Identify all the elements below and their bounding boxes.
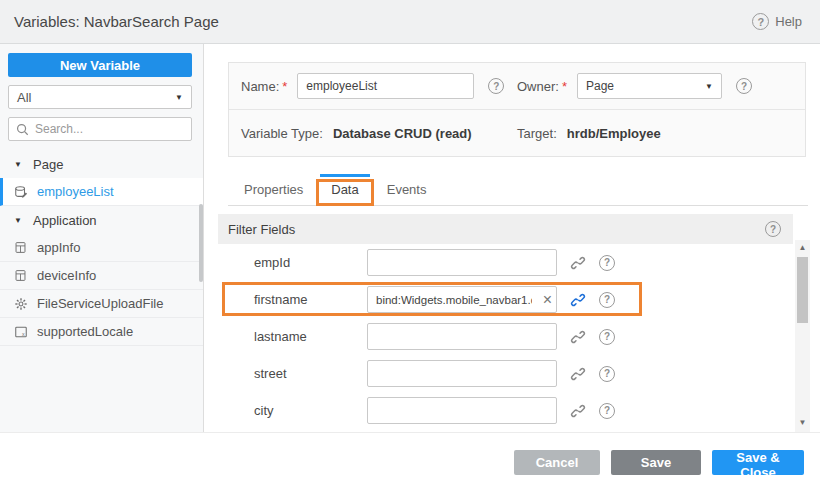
search-input[interactable] [35, 122, 184, 136]
field-label: street [254, 366, 367, 381]
clear-binding-icon[interactable]: × [543, 292, 552, 308]
tree-item-label: deviceInfo [37, 268, 96, 283]
street-input[interactable] [367, 360, 557, 387]
variables-sidebar: New Variable All ▼ ▼ Page employeeList [0, 44, 204, 432]
locale-icon: x [13, 324, 28, 339]
tab-events[interactable]: Events [373, 174, 441, 205]
new-variable-button[interactable]: New Variable [8, 53, 192, 77]
tree-item-label: supportedLocale [37, 324, 133, 339]
target-label: Target: [517, 126, 557, 141]
svg-text:x: x [21, 330, 24, 336]
cancel-button[interactable]: Cancel [514, 450, 600, 475]
tree-item-supportedlocale[interactable]: x supportedLocale [0, 318, 203, 346]
field-label: firstname [254, 292, 367, 307]
help-button[interactable]: ? Help [752, 13, 802, 30]
chevron-down-icon: ▼ [175, 93, 183, 102]
variable-filter-value: All [17, 90, 31, 105]
service-gear-icon [13, 296, 28, 311]
tab-data-label: Data [331, 182, 358, 197]
save-button[interactable]: Save [611, 450, 701, 475]
tree-group-label: Application [33, 213, 97, 228]
field-help-icon[interactable]: ? [599, 403, 615, 419]
summary-row-top: Name: * ? Owner: * Page ▼ ? [229, 63, 805, 110]
dialog-header: Variables: NavbarSearch Page ? Help [0, 0, 820, 44]
field-help-icon[interactable]: ? [599, 366, 615, 382]
owner-value: Page [586, 79, 614, 93]
tree-item-appinfo[interactable]: appInfo [0, 234, 203, 262]
filter-fields-header: Filter Fields ? [218, 214, 793, 244]
search-icon [16, 123, 29, 136]
bind-link-icon[interactable] [570, 366, 586, 382]
owner-help-icon[interactable]: ? [736, 78, 752, 94]
database-variable-icon [13, 184, 28, 199]
variables-tree: ▼ Page employeeList ▼ Application appInf… [0, 150, 203, 346]
target-value: hrdb/Employee [567, 126, 661, 141]
tree-group-label: Page [33, 157, 63, 172]
scroll-up-icon[interactable]: ▲ [795, 240, 810, 255]
field-label: lastname [254, 329, 367, 344]
app-info-icon [13, 240, 28, 255]
dialog-title: Variables: NavbarSearch Page [14, 13, 219, 30]
required-marker: * [282, 79, 287, 94]
field-help-icon[interactable]: ? [599, 255, 615, 271]
name-label: Name: [241, 79, 279, 94]
variable-filter-dropdown[interactable]: All ▼ [8, 85, 192, 109]
tree-item-label: FileServiceUploadFile [37, 296, 163, 311]
tree-item-deviceinfo[interactable]: deviceInfo [0, 262, 203, 290]
scroll-down-icon[interactable]: ▼ [795, 415, 810, 430]
tree-item-label: employeeList [37, 184, 114, 199]
empid-input[interactable] [367, 249, 557, 276]
variables-dialog: Variables: NavbarSearch Page ? Help New … [0, 0, 820, 490]
tree-item-label: appInfo [37, 240, 80, 255]
variable-search-box[interactable] [8, 117, 192, 141]
sidebar-scrollbar-thumb[interactable] [199, 204, 203, 282]
filter-field-row-firstname: firstname × ? [218, 281, 793, 318]
field-help-icon[interactable]: ? [599, 292, 615, 308]
name-help-icon[interactable]: ? [488, 78, 504, 94]
variable-type-value: Database CRUD (read) [333, 126, 472, 141]
detail-tabbar: Properties Data Events [228, 174, 808, 206]
filter-field-row-street: street ? [218, 355, 793, 392]
required-marker: * [562, 79, 567, 94]
filter-field-row-empid: empId ? [218, 244, 793, 281]
tab-data[interactable]: Data [317, 174, 372, 205]
save-close-button[interactable]: Save & Close [712, 450, 804, 475]
content-scrollbar[interactable]: ▲ ▼ [795, 240, 810, 432]
tree-item-employeelist[interactable]: employeeList [0, 178, 203, 206]
tree-item-fileserviceuploadfile[interactable]: FileServiceUploadFile [0, 290, 203, 318]
help-label: Help [775, 14, 802, 29]
collapse-arrow-icon[interactable]: ▼ [14, 216, 24, 225]
filter-fields-help-icon[interactable]: ? [765, 221, 781, 237]
variable-summary-box: Name: * ? Owner: * Page ▼ ? Variable Typ… [228, 62, 806, 157]
bind-link-icon[interactable] [570, 255, 586, 271]
bind-link-icon-active[interactable] [570, 292, 586, 308]
filter-field-row-lastname: lastname ? [218, 318, 793, 355]
dialog-footer: Cancel Save Save & Close [0, 432, 820, 490]
tree-group-page[interactable]: ▼ Page [0, 150, 203, 178]
filter-field-row-city: city ? [218, 392, 793, 429]
variable-name-input[interactable] [297, 73, 474, 99]
field-help-icon[interactable]: ? [599, 329, 615, 345]
scrollbar-thumb[interactable] [797, 257, 808, 323]
chevron-down-icon: ▼ [705, 82, 713, 91]
variable-type-label: Variable Type: [241, 126, 323, 141]
city-input[interactable] [367, 397, 557, 424]
bind-link-icon[interactable] [570, 403, 586, 419]
firstname-input[interactable] [367, 286, 557, 313]
tab-properties[interactable]: Properties [230, 174, 317, 205]
active-tab-indicator [320, 174, 369, 177]
tree-group-application[interactable]: ▼ Application [0, 206, 203, 234]
filter-fields-title: Filter Fields [228, 222, 295, 237]
summary-row-bottom: Variable Type: Database CRUD (read) Targ… [229, 110, 805, 156]
owner-label: Owner: [517, 79, 559, 94]
collapse-arrow-icon[interactable]: ▼ [14, 160, 24, 169]
help-icon: ? [752, 13, 769, 30]
owner-dropdown[interactable]: Page ▼ [577, 73, 722, 99]
field-label: empId [254, 255, 367, 270]
device-info-icon [13, 268, 28, 283]
bind-link-icon[interactable] [570, 329, 586, 345]
variable-detail-panel: Name: * ? Owner: * Page ▼ ? Variable Typ… [204, 44, 820, 432]
field-label: city [254, 403, 367, 418]
data-tab-content: Filter Fields ? empId ? firstname × [218, 214, 793, 432]
lastname-input[interactable] [367, 323, 557, 350]
